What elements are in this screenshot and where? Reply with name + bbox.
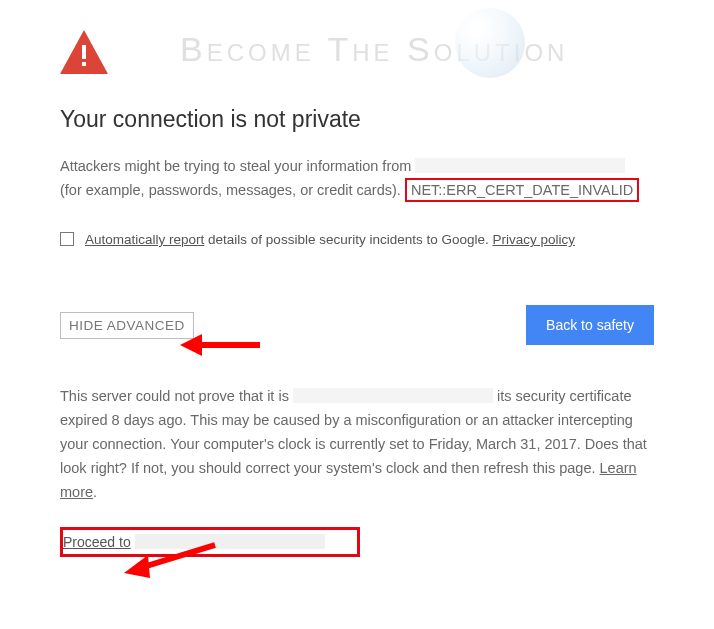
svg-marker-4 — [180, 334, 202, 356]
warning-text: Attackers might be trying to steal your … — [60, 155, 654, 202]
svg-rect-2 — [82, 62, 86, 66]
svg-line-5 — [140, 545, 215, 568]
warning-icon — [60, 30, 654, 78]
report-row: Automatically report details of possible… — [60, 232, 654, 247]
annotation-arrow-icon — [120, 540, 220, 584]
privacy-policy-link[interactable]: Privacy policy — [492, 232, 575, 247]
hide-advanced-button[interactable]: HIDE ADVANCED — [60, 312, 194, 339]
redacted-domain — [415, 158, 625, 173]
auto-report-label[interactable]: Automatically report — [85, 232, 204, 247]
svg-marker-6 — [124, 555, 150, 578]
auto-report-checkbox[interactable] — [60, 232, 74, 246]
error-code: NET::ERR_CERT_DATE_INVALID — [411, 180, 633, 200]
advanced-explanation: This server could not prove that it is i… — [60, 385, 654, 505]
svg-rect-1 — [82, 45, 86, 59]
back-to-safety-button[interactable]: Back to safety — [526, 305, 654, 345]
page-title: Your connection is not private — [60, 106, 654, 133]
error-code-highlight: NET::ERR_CERT_DATE_INVALID — [405, 178, 639, 202]
annotation-arrow-icon — [180, 330, 260, 364]
redacted-domain-2 — [293, 388, 493, 403]
